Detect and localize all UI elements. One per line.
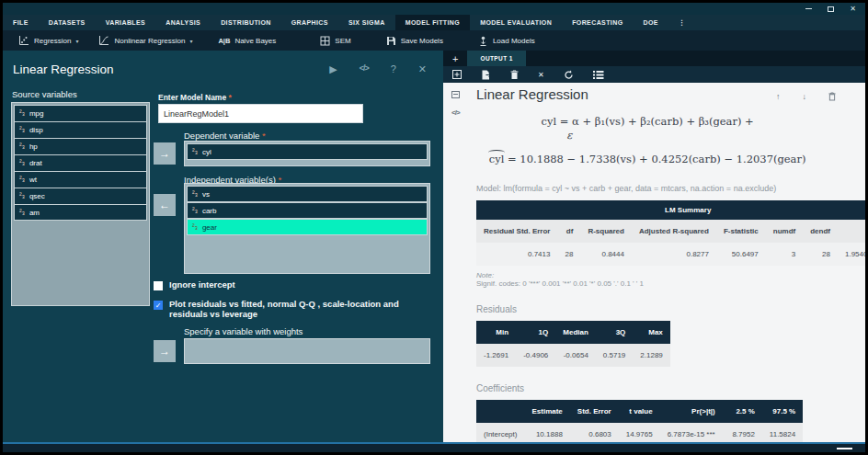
equation-line-2: cyl = 10.1888 − 1.7338(vs) + 0.4252(carb…	[476, 153, 818, 165]
move-up-icon[interactable]: ↑	[776, 92, 781, 103]
menu-doe[interactable]: DOE	[634, 15, 668, 30]
ignore-intercept-checkbox[interactable]: Ignore intercept	[154, 280, 429, 290]
menu-distribution[interactable]: DISTRIBUTION	[211, 15, 281, 30]
menu-variables[interactable]: VARIABLES	[96, 15, 156, 30]
output-list-button[interactable]	[593, 71, 604, 79]
model-name-input[interactable]	[158, 104, 363, 123]
numeric-variable-icon	[19, 158, 25, 166]
title-bar: ✕	[3, 3, 865, 15]
dependent-variable-box[interactable]: cyl	[184, 141, 430, 166]
model-name-label: Enter Model Name *	[158, 93, 232, 102]
model-fitting-toolbar: Regression ▾ Nonlinear Regression ▾ A|B …	[3, 30, 865, 51]
list-item-selected[interactable]: gear	[187, 219, 428, 235]
save-icon	[386, 36, 396, 46]
chevron-down-icon: ▾	[189, 38, 192, 44]
menu-file[interactable]: FILE	[3, 15, 39, 30]
numeric-variable-icon	[192, 206, 198, 214]
move-to-dependent-button[interactable]: →	[154, 142, 176, 165]
refresh-output-button[interactable]	[564, 70, 574, 80]
model-formula-text: Model: lm(formula = cyl ~ vs + carb + ge…	[476, 184, 865, 193]
move-to-independent-button[interactable]: ←	[154, 194, 176, 216]
menu-model-evaluation[interactable]: MODEL EVALUATION	[470, 15, 562, 30]
delete-output-button[interactable]	[510, 70, 519, 80]
list-item[interactable]: vs	[187, 186, 428, 202]
table-row: -1.2691 -0.4906 -0.0654 0.5719 2.1289	[476, 344, 670, 367]
save-models-button[interactable]: Save Models	[378, 34, 451, 48]
export-output-button[interactable]	[481, 70, 491, 80]
table-header-row: Estimate Std. Error t value Pr(>|t|) 2.5…	[476, 400, 803, 423]
load-models-button[interactable]: Load Models	[470, 34, 543, 48]
collapse-section-icon[interactable]	[451, 91, 460, 98]
coefficients-table: Estimate Std. Error t value Pr(>|t|) 2.5…	[476, 400, 803, 442]
weights-variable-box[interactable]	[184, 338, 430, 364]
minimize-button[interactable]	[805, 8, 812, 9]
sem-button[interactable]: SEM	[312, 34, 359, 48]
menu-model-fitting[interactable]: MODEL FITTING	[395, 15, 471, 30]
table-row: 0.7413 28 0.8444 0.8277 50.6497 3 28 1.9…	[476, 243, 865, 266]
menu-datasets[interactable]: DATASETS	[39, 15, 96, 30]
regression-button[interactable]: Regression ▾	[10, 33, 86, 48]
tab-output-1[interactable]: OUTPUT 1	[467, 51, 525, 66]
menu-graphics[interactable]: GRAPHICS	[281, 15, 338, 30]
menu-analysis[interactable]: ANALYSIS	[155, 15, 211, 30]
checkbox-checked-icon: ✓	[154, 301, 163, 310]
menu-forecasting[interactable]: FORECASTING	[562, 15, 633, 30]
menu-overflow[interactable]: ⋮	[668, 15, 695, 30]
syntax-icon[interactable]: </>	[360, 63, 369, 75]
scrollbar-thumb[interactable]	[837, 448, 852, 449]
code-icon[interactable]: </>	[451, 108, 460, 117]
add-output-button[interactable]	[452, 70, 462, 79]
close-output-button[interactable]: ✕	[538, 71, 544, 79]
output-panel: + OUTPUT 1 ✕	[443, 51, 865, 442]
list-item[interactable]: cyl	[187, 143, 428, 160]
trash-icon[interactable]	[828, 92, 836, 103]
dialog-close-button[interactable]: ✕	[418, 63, 427, 75]
list-item[interactable]: wt	[14, 171, 147, 188]
ab-icon: A|B	[218, 37, 230, 45]
naive-bayes-button[interactable]: A|B Naive Bayes	[210, 35, 284, 47]
add-output-tab-button[interactable]: +	[443, 51, 467, 66]
lm-summary-title: LM Summary	[476, 200, 865, 220]
coefficients-title: Coefficients	[476, 383, 865, 393]
output-content: </> Linear Regression ↑ ↓ cyl = α + β₁(v…	[443, 83, 865, 442]
run-button[interactable]: ▶	[329, 63, 337, 75]
chevron-down-icon: ▾	[75, 38, 78, 44]
list-item[interactable]: am	[14, 204, 147, 221]
list-item[interactable]: hp	[14, 138, 147, 154]
list-item[interactable]: carb	[187, 202, 428, 219]
dialog-title: Linear Regression	[13, 63, 114, 76]
list-item[interactable]: drat	[14, 154, 147, 171]
output-toolbar: ✕	[443, 66, 865, 83]
list-item[interactable]: disp	[14, 121, 147, 138]
move-to-weights-button[interactable]: →	[154, 340, 176, 362]
dependent-variable-label: Dependent variable *	[184, 131, 266, 141]
table-header-row: Residual Std. Error df R-squared Adjuste…	[476, 220, 865, 243]
export-file-icon	[481, 70, 491, 80]
close-button[interactable]: ✕	[850, 6, 856, 13]
numeric-variable-icon	[192, 147, 198, 155]
numeric-variable-icon	[19, 125, 25, 133]
signif-codes-note: Note: Signif. codes: 0 '***' 0.001 '**' …	[476, 271, 865, 288]
refresh-icon	[564, 70, 574, 80]
curve-icon	[98, 35, 109, 46]
source-variables-label: Source variables	[12, 89, 77, 99]
trash-icon	[510, 70, 519, 80]
maximize-button[interactable]	[828, 6, 834, 12]
menu-six-sigma[interactable]: SIX SIGMA	[338, 15, 395, 30]
residuals-table: Min 1Q Median 3Q Max -1.2691 -0.4906 -0.…	[476, 321, 670, 367]
nonlinear-regression-button[interactable]: Nonlinear Regression ▾	[90, 33, 200, 48]
help-button[interactable]: ?	[391, 63, 396, 75]
list-item[interactable]: qsec	[14, 188, 147, 204]
weights-label: Specify a variable with weights	[184, 326, 303, 336]
list-icon	[593, 71, 604, 79]
list-item[interactable]: mpg	[14, 105, 147, 121]
move-down-icon[interactable]: ↓	[803, 92, 807, 103]
equation-line-1: cyl = α + β₁(vs) + β₂(carb) + β₃(gear) +	[476, 115, 818, 128]
numeric-variable-icon	[192, 222, 198, 231]
source-variables-list[interactable]: mpg disp hp drat wt qsec am	[11, 102, 150, 306]
checkbox-unchecked-icon	[154, 281, 163, 290]
independent-variables-box[interactable]: vs carb gear	[184, 183, 430, 274]
numeric-variable-icon	[19, 208, 25, 216]
plot-residuals-checkbox[interactable]: ✓ Plot residuals vs fitted, normal Q-Q ,…	[154, 300, 435, 320]
numeric-variable-icon	[19, 108, 25, 117]
